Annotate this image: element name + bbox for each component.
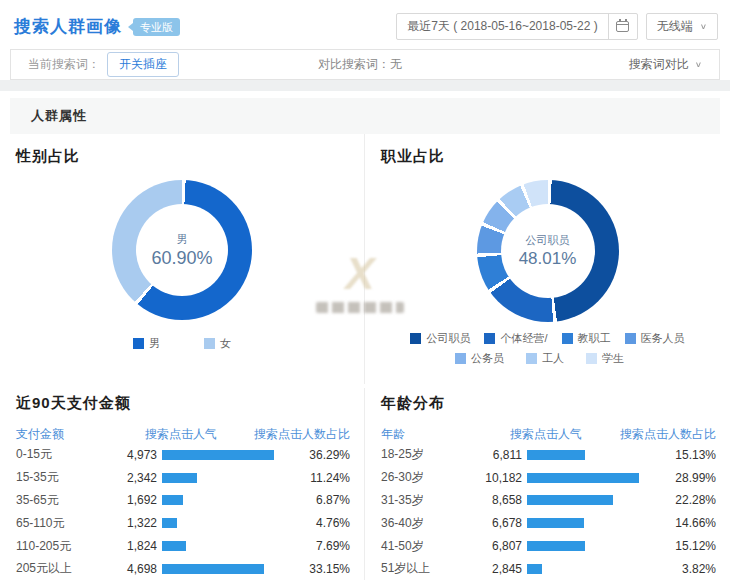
legend-item-company-staff[interactable]: 公司职员 (410, 331, 470, 346)
table-row: 110-205元 1,824 7.69% (16, 535, 350, 557)
bar-cell (522, 473, 644, 483)
legend-label: 男 (149, 336, 160, 351)
row-value: 6,807 (476, 539, 522, 553)
calendar-icon (616, 21, 629, 32)
legend-item-worker[interactable]: 工人 (526, 351, 564, 366)
legend-item-male[interactable]: 男 (133, 336, 160, 351)
legend-item-student[interactable]: 学生 (586, 351, 624, 366)
gender-legend: 男 女 (16, 336, 348, 351)
gender-panel: 性别占比 男 60.90% 男 女 (0, 134, 365, 384)
table-header: 年龄 搜索点击人气 搜索点击人数占比 (381, 426, 716, 443)
age-distribution-table: 年龄分布 年龄 搜索点击人气 搜索点击人数占比 18-25岁 6,811 15.… (365, 388, 730, 580)
row-label: 65-110元 (16, 515, 111, 532)
bar-cell (522, 541, 644, 551)
legend-label: 公务员 (471, 351, 504, 366)
keyword-compare-label: 搜索词对比 (629, 56, 689, 73)
date-range-text: 最近7天 ( 2018-05-16~2018-05-22 ) (397, 14, 607, 39)
row-label: 51岁以上 (381, 560, 476, 577)
row-label: 15-35元 (16, 469, 111, 486)
bar-cell (522, 564, 644, 574)
top-controls: 最近7天 ( 2018-05-16~2018-05-22 ) 无线端 ∨ (396, 13, 718, 40)
date-range-picker[interactable]: 最近7天 ( 2018-05-16~2018-05-22 ) (396, 13, 637, 40)
row-value: 2,342 (111, 471, 157, 485)
row-value: 6,678 (476, 516, 522, 530)
legend-label: 公司职员 (426, 331, 470, 346)
legend-swatch (204, 338, 215, 349)
legend-label: 学生 (602, 351, 624, 366)
legend-item-teacher[interactable]: 教职工 (562, 331, 611, 346)
value-bar (162, 564, 264, 574)
occupation-panel: 职业占比 公司职员 48.01% 公司职员 个体经营/ (365, 134, 730, 384)
bar-cell (157, 495, 278, 505)
table-header: 支付金额 搜索点击人气 搜索点击人数占比 (16, 426, 350, 443)
payment-amount-table: 近90天支付金额 支付金额 搜索点击人气 搜索点击人数占比 0-15元 4,97… (0, 388, 365, 580)
legend-label: 教职工 (578, 331, 611, 346)
occupation-center-value: 48.01% (519, 249, 577, 269)
column-header: 支付金额 (16, 426, 111, 443)
legend-label: 医务人员 (641, 331, 685, 346)
device-label: 无线端 (657, 18, 693, 35)
occupation-chart-title: 职业占比 (381, 147, 714, 166)
table-row: 65-110元 1,322 4.76% (16, 512, 350, 534)
occupation-legend-row: 公司职员 个体经营/ 教职工 医务人员 (381, 331, 714, 346)
table-row: 41-50岁 6,807 15.12% (381, 535, 716, 557)
current-keyword-label: 当前搜索词： (28, 56, 100, 73)
row-value: 1,322 (111, 516, 157, 530)
row-value: 1,824 (111, 539, 157, 553)
legend-swatch (410, 333, 421, 344)
value-bar (527, 541, 585, 551)
gender-center-label: 男 (177, 232, 188, 247)
gender-donut-center: 男 60.90% (136, 204, 228, 296)
bar-cell (522, 518, 644, 528)
value-bar (527, 518, 584, 528)
value-bar (162, 541, 186, 551)
table-row: 36-40岁 6,678 14.66% (381, 512, 716, 534)
chevron-down-icon: ∨ (700, 22, 707, 31)
legend-swatch (562, 333, 573, 344)
row-percent: 4.76% (278, 516, 350, 530)
gender-center-value: 60.90% (151, 248, 212, 269)
bar-cell (157, 564, 278, 574)
chevron-down-icon: ∨ (695, 60, 702, 69)
page-title: 搜索人群画像 (14, 15, 122, 38)
bar-cell (522, 450, 644, 460)
charts-row: 性别占比 男 60.90% 男 女 职业占比 (0, 134, 730, 384)
table-row: 205元以上 4,698 33.15% (16, 558, 350, 580)
row-percent: 11.24% (278, 471, 350, 485)
calendar-button[interactable] (608, 14, 637, 39)
row-percent: 33.15% (278, 562, 350, 576)
section-title: 人群属性 (31, 107, 87, 125)
legend-item-self-employed[interactable]: 个体经营/ (484, 331, 547, 346)
bar-cell (157, 450, 278, 460)
bar-cell (157, 473, 278, 483)
legend-item-medical-staff[interactable]: 医务人员 (625, 331, 685, 346)
occupation-center-label: 公司职员 (526, 233, 570, 248)
value-bar (162, 495, 183, 505)
current-keyword-button[interactable]: 开关插座 (107, 52, 179, 77)
device-dropdown[interactable]: 无线端 ∨ (646, 13, 718, 40)
age-table-title: 年龄分布 (381, 394, 716, 413)
gender-donut-chart: 男 60.90% (112, 180, 252, 320)
row-percent: 6.87% (278, 493, 350, 507)
bar-cell (157, 541, 278, 551)
row-value: 4,698 (111, 562, 157, 576)
keyword-compare-dropdown[interactable]: 搜索词对比 ∨ (629, 56, 702, 73)
legend-item-female[interactable]: 女 (204, 336, 231, 351)
edition-badge: 专业版 (133, 18, 180, 36)
row-value: 10,182 (476, 471, 522, 485)
row-label: 31-35岁 (381, 492, 476, 509)
row-label: 205元以上 (16, 560, 111, 577)
tables-row: 近90天支付金额 支付金额 搜索点击人气 搜索点击人数占比 0-15元 4,97… (0, 388, 730, 580)
compare-keyword-text: 对比搜索词：无 (318, 56, 402, 73)
occupation-legend: 公司职员 个体经营/ 教职工 医务人员 (381, 331, 714, 366)
row-label: 41-50岁 (381, 538, 476, 555)
row-value: 6,811 (476, 448, 522, 462)
value-bar (162, 473, 197, 483)
gender-chart-title: 性别占比 (16, 147, 348, 166)
section-header: 人群属性 (10, 98, 720, 134)
column-header: 搜索点击人气 (111, 426, 234, 443)
occupation-donut-center: 公司职员 48.01% (501, 204, 595, 298)
table-row: 0-15元 4,973 36.29% (16, 444, 350, 466)
table-row: 31-35岁 8,658 22.28% (381, 490, 716, 512)
legend-item-civil-servant[interactable]: 公务员 (455, 351, 504, 366)
